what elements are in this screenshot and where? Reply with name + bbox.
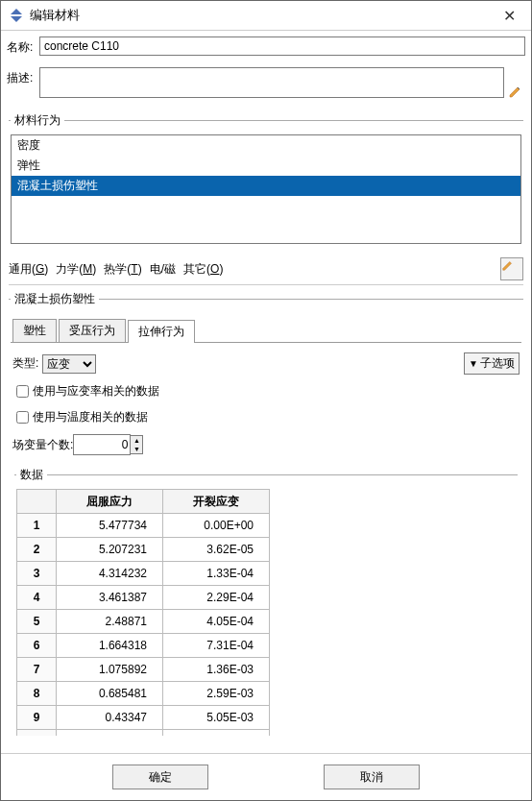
- type-label: 类型:: [12, 355, 38, 372]
- table-row[interactable]: 71.0758921.36E-03: [17, 658, 270, 682]
- cell-strain[interactable]: 7.31E-04: [163, 634, 270, 658]
- chevron-down-icon: ▼: [469, 358, 478, 369]
- cell-strain[interactable]: 4.05E-04: [163, 610, 270, 634]
- row-index: 1: [17, 514, 57, 538]
- edit-desc-icon[interactable]: [508, 84, 525, 101]
- row-index: 10: [17, 730, 57, 737]
- spin-down-icon[interactable]: ▼: [131, 445, 142, 453]
- tab-panel-tension: 类型: 应变 ▼ 子选项 使用与应变率相关的数据 使用与温度: [11, 342, 521, 745]
- footer: 确定 取消: [1, 753, 531, 800]
- table-row[interactable]: 25.2072313.62E-05: [17, 538, 270, 562]
- name-input[interactable]: [39, 36, 525, 56]
- fieldvar-input[interactable]: [73, 434, 131, 455]
- row-index: 8: [17, 682, 57, 706]
- name-label: 名称:: [7, 36, 39, 56]
- menubar: 通用(G) 力学(M) 热学(T) 电/磁 其它(O): [9, 257, 523, 280]
- tab-tension[interactable]: 拉伸行为: [128, 320, 195, 343]
- chk-temp[interactable]: 使用与温度相关的数据: [12, 408, 520, 426]
- menubar-edit-icon[interactable]: [500, 257, 523, 280]
- col-stress: 屈服应力: [57, 490, 163, 514]
- desc-input[interactable]: [39, 67, 504, 98]
- menu-thermal[interactable]: 热学(T): [104, 261, 141, 278]
- tab-compress[interactable]: 受压行为: [59, 319, 126, 342]
- cancel-button[interactable]: 取消: [324, 765, 420, 789]
- table-row[interactable]: 52.488714.05E-04: [17, 610, 270, 634]
- fieldvar-label: 场变量个数:: [12, 437, 73, 453]
- tab-plastic[interactable]: 塑性: [12, 319, 57, 342]
- menu-electro[interactable]: 电/磁: [150, 261, 176, 278]
- data-fieldset: 数据 屈服应力 开裂应变 15.4777340.00E+0025.2072313…: [14, 467, 518, 738]
- behavior-item[interactable]: 密度: [12, 135, 520, 156]
- cell-strain[interactable]: 0.00E+00: [163, 514, 270, 538]
- cell-stress[interactable]: 5.207231: [57, 538, 163, 562]
- cell-stress[interactable]: 5.477734: [57, 514, 163, 538]
- behavior-list[interactable]: 密度弹性混凝土损伤塑性: [11, 134, 521, 244]
- row-index: 6: [17, 634, 57, 658]
- cell-stress[interactable]: 0.272979: [57, 730, 163, 737]
- cell-stress[interactable]: 1.075892: [57, 658, 163, 682]
- cell-stress[interactable]: 4.314232: [57, 562, 163, 586]
- cell-strain[interactable]: 2.29E-04: [163, 586, 270, 610]
- type-select[interactable]: 应变: [42, 354, 96, 374]
- separator: [9, 284, 523, 285]
- behavior-item[interactable]: 混凝土损伤塑性: [12, 176, 520, 196]
- svg-rect-1: [10, 14, 23, 16]
- col-index: [17, 490, 57, 514]
- cell-strain[interactable]: 2.59E-03: [163, 682, 270, 706]
- fieldvar-spinner[interactable]: ▲ ▼: [131, 435, 143, 454]
- cell-strain[interactable]: 5.05E-03: [163, 706, 270, 730]
- cell-strain[interactable]: 1.33E-04: [163, 562, 270, 586]
- cell-stress[interactable]: 2.48871: [57, 610, 163, 634]
- data-legend: 数据: [16, 467, 47, 483]
- content-area: 名称: 描述: 材料行为 密度弹性混凝土损伤塑性 通用(G) 力学(M): [1, 31, 531, 753]
- dialog-window: 编辑材料 ✕ 名称: 描述: 材料行为 密度弹性混凝土损伤塑性: [0, 0, 532, 801]
- cell-stress[interactable]: 0.685481: [57, 682, 163, 706]
- cell-stress[interactable]: 0.43347: [57, 706, 163, 730]
- table-row[interactable]: 100.2729799.93E-03: [17, 730, 270, 737]
- window-title: 编辑材料: [30, 7, 495, 24]
- behavior-fieldset: 材料行为 密度弹性混凝土损伤塑性: [9, 112, 523, 246]
- menu-other[interactable]: 其它(O): [183, 261, 223, 278]
- row-index: 4: [17, 586, 57, 610]
- row-index: 7: [17, 658, 57, 682]
- table-row[interactable]: 61.6643187.31E-04: [17, 634, 270, 658]
- cell-strain[interactable]: 3.62E-05: [163, 538, 270, 562]
- menu-general[interactable]: 通用(G): [9, 261, 48, 278]
- cell-stress[interactable]: 3.461387: [57, 586, 163, 610]
- row-index: 2: [17, 538, 57, 562]
- behavior-legend: 材料行为: [11, 112, 64, 129]
- chk-rate[interactable]: 使用与应变率相关的数据: [12, 382, 520, 400]
- cell-strain[interactable]: 9.93E-03: [163, 730, 270, 737]
- behavior-item[interactable]: 弹性: [12, 156, 520, 176]
- titlebar: 编辑材料 ✕: [1, 1, 531, 31]
- col-strain: 开裂应变: [163, 490, 270, 514]
- ok-button[interactable]: 确定: [112, 765, 208, 789]
- suboptions-dropdown[interactable]: ▼ 子选项: [464, 352, 520, 375]
- desc-label: 描述:: [7, 67, 39, 86]
- table-row[interactable]: 34.3142321.33E-04: [17, 562, 270, 586]
- chk-rate-input[interactable]: [16, 385, 29, 398]
- subpanel-fieldset: 混凝土损伤塑性 塑性 受压行为 拉伸行为 类型: 应变 ▼ 子选项: [9, 291, 523, 747]
- spin-up-icon[interactable]: ▲: [131, 436, 142, 445]
- tabs: 塑性 受压行为 拉伸行为: [12, 319, 520, 342]
- app-icon: [9, 8, 24, 23]
- menu-mechanics[interactable]: 力学(M): [56, 261, 96, 278]
- chk-temp-input[interactable]: [16, 411, 29, 424]
- data-table[interactable]: 屈服应力 开裂应变 15.4777340.00E+0025.2072313.62…: [16, 489, 270, 736]
- data-table-wrap[interactable]: 屈服应力 开裂应变 15.4777340.00E+0025.2072313.62…: [16, 489, 516, 736]
- table-row[interactable]: 80.6854812.59E-03: [17, 682, 270, 706]
- table-row[interactable]: 90.433475.05E-03: [17, 706, 270, 730]
- cell-strain[interactable]: 1.36E-03: [163, 658, 270, 682]
- row-index: 3: [17, 562, 57, 586]
- row-index: 5: [17, 610, 57, 634]
- subpanel-legend: 混凝土损伤塑性: [11, 291, 99, 307]
- row-index: 9: [17, 706, 57, 730]
- close-icon[interactable]: ✕: [495, 7, 523, 25]
- table-row[interactable]: 15.4777340.00E+00: [17, 514, 270, 538]
- cell-stress[interactable]: 1.664318: [57, 634, 163, 658]
- table-row[interactable]: 43.4613872.29E-04: [17, 586, 270, 610]
